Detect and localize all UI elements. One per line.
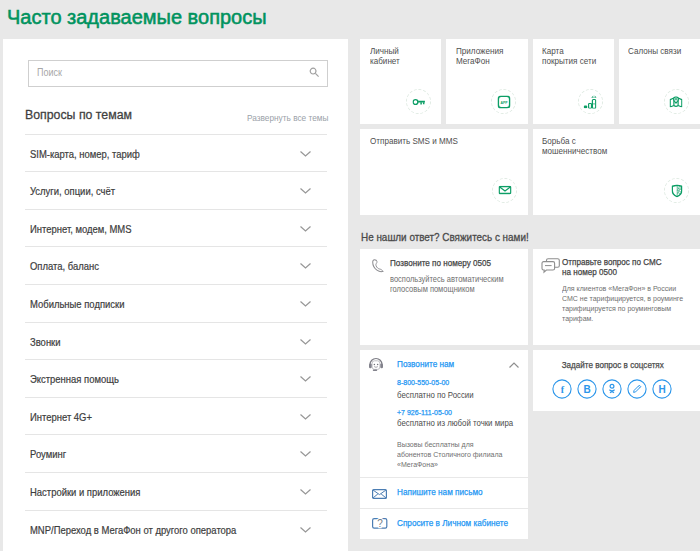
svg-text:?: ? — [377, 518, 383, 529]
svg-text:В: В — [583, 384, 590, 395]
svg-text:APP: APP — [500, 100, 508, 104]
svg-text:Н: Н — [659, 384, 666, 395]
